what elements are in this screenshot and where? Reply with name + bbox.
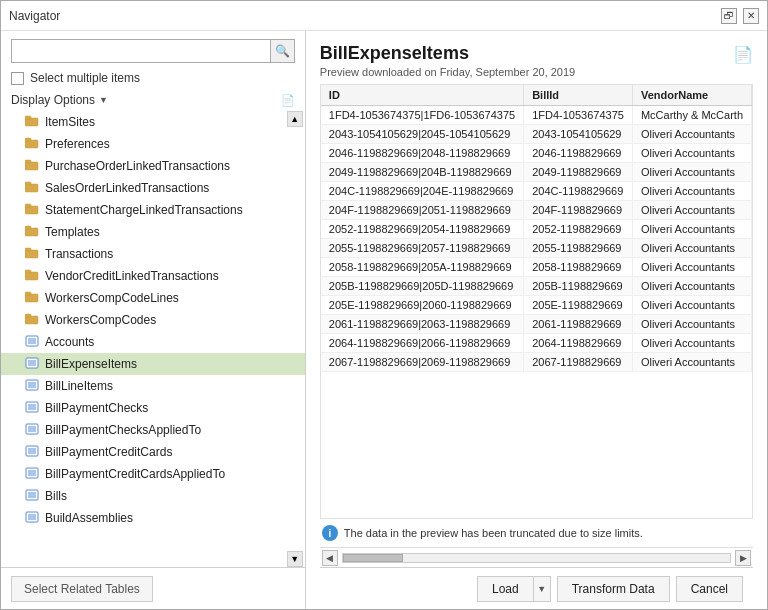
tree-item-billpaymentchecks[interactable]: BillPaymentChecks bbox=[1, 397, 305, 419]
table-cell: Oliveri Accountants bbox=[632, 220, 751, 239]
tree-item-label: ItemSites bbox=[45, 115, 95, 129]
tree-item-purchaseorderlinkedtransactions[interactable]: PurchaseOrderLinkedTransactions bbox=[1, 155, 305, 177]
preview-header-text: BillExpenseItems Preview downloaded on F… bbox=[320, 43, 575, 78]
table-cell: 205E-1198829669|2060-1198829669 bbox=[321, 296, 524, 315]
preview-copy-icon[interactable]: 📄 bbox=[733, 45, 753, 64]
table-row: 2064-1198829669|2066-11988296692064-1198… bbox=[321, 334, 752, 353]
bottom-bar: Select Related Tables bbox=[1, 567, 305, 609]
table-row: 2055-1198829669|2057-11988296692055-1198… bbox=[321, 239, 752, 258]
grid-icon bbox=[25, 379, 39, 393]
tree-item-preferences[interactable]: Preferences bbox=[1, 133, 305, 155]
tree-item-accounts[interactable]: Accounts bbox=[1, 331, 305, 353]
svg-rect-9 bbox=[25, 204, 31, 207]
table-row: 205B-1198829669|205D-1198829669205B-1198… bbox=[321, 277, 752, 296]
table-cell: 2058-1198829669|205A-1198829669 bbox=[321, 258, 524, 277]
close-button[interactable]: ✕ bbox=[743, 8, 759, 24]
table-cell: 2049-1198829669|204B-1198829669 bbox=[321, 163, 524, 182]
display-options-button[interactable]: Display Options ▼ bbox=[11, 93, 108, 107]
table-cell: 205B-1198829669 bbox=[524, 277, 633, 296]
title-bar: Navigator 🗗 ✕ bbox=[1, 1, 767, 31]
table-cell: Oliveri Accountants bbox=[632, 201, 751, 220]
tree-item-billpaymentchecksappliedto[interactable]: BillPaymentChecksAppliedTo bbox=[1, 419, 305, 441]
load-button[interactable]: Load bbox=[477, 576, 533, 602]
table-cell: Oliveri Accountants bbox=[632, 277, 751, 296]
table-row: 1FD4-1053674375|1FD6-10536743751FD4-1053… bbox=[321, 106, 752, 125]
tree-item-vendorcreditlinkedtransactions[interactable]: VendorCreditLinkedTransactions bbox=[1, 265, 305, 287]
search-input[interactable] bbox=[11, 39, 271, 63]
data-table: IDBillIdVendorName 1FD4-1053674375|1FD6-… bbox=[321, 85, 752, 372]
grid-icon bbox=[25, 357, 39, 371]
copy-icon[interactable]: 📄 bbox=[281, 94, 295, 107]
table-cell: 2052-1198829669 bbox=[524, 220, 633, 239]
scroll-right-button[interactable]: ▶ bbox=[735, 550, 751, 566]
tree-item-label: SalesOrderLinkedTransactions bbox=[45, 181, 209, 195]
table-cell: 2064-1198829669 bbox=[524, 334, 633, 353]
table-cell: 2049-1198829669 bbox=[524, 163, 633, 182]
scroll-left-button[interactable]: ◀ bbox=[322, 550, 338, 566]
table-cell: 2058-1198829669 bbox=[524, 258, 633, 277]
tree-item-billpaymentcreditcards[interactable]: BillPaymentCreditCards bbox=[1, 441, 305, 463]
table-cell: Oliveri Accountants bbox=[632, 258, 751, 277]
tree-area: ▲ ItemSitesPreferencesPurchaseOrderLinke… bbox=[1, 111, 305, 567]
folder-icon bbox=[25, 269, 39, 283]
tree-item-billpaymentcreditcardsappliedto[interactable]: BillPaymentCreditCardsAppliedTo bbox=[1, 463, 305, 485]
table-cell: 2043-1054105629 bbox=[524, 125, 633, 144]
svg-rect-1 bbox=[25, 116, 31, 119]
tree-item-itemsites[interactable]: ItemSites bbox=[1, 111, 305, 133]
tree-item-label: WorkersCompCodes bbox=[45, 313, 156, 327]
tree-item-label: BillPaymentCreditCards bbox=[45, 445, 172, 459]
table-cell: 2046-1198829669|2048-1198829669 bbox=[321, 144, 524, 163]
table-cell: 204F-1198829669|2051-1198829669 bbox=[321, 201, 524, 220]
tree-item-templates[interactable]: Templates bbox=[1, 221, 305, 243]
tree-item-billlineitems[interactable]: BillLineItems bbox=[1, 375, 305, 397]
tree-item-transactions[interactable]: Transactions bbox=[1, 243, 305, 265]
window-controls: 🗗 ✕ bbox=[721, 8, 759, 24]
table-cell: Oliveri Accountants bbox=[632, 334, 751, 353]
svg-rect-5 bbox=[25, 160, 31, 163]
svg-rect-11 bbox=[25, 226, 31, 229]
table-row: 2067-1198829669|2069-11988296692067-1198… bbox=[321, 353, 752, 372]
table-cell: 204F-1198829669 bbox=[524, 201, 633, 220]
tree-item-salesorderlinkedtransactions[interactable]: SalesOrderLinkedTransactions bbox=[1, 177, 305, 199]
preview-title: BillExpenseItems bbox=[320, 43, 575, 64]
transform-data-button[interactable]: Transform Data bbox=[557, 576, 670, 602]
grid-icon bbox=[25, 489, 39, 503]
load-dropdown-button[interactable]: ▼ bbox=[533, 576, 551, 602]
left-panel: 🔍 Select multiple items Display Options … bbox=[1, 31, 306, 609]
tree-item-buildassemblies[interactable]: BuildAssemblies bbox=[1, 507, 305, 529]
folder-icon bbox=[25, 203, 39, 217]
tree-item-label: VendorCreditLinkedTransactions bbox=[45, 269, 219, 283]
folder-icon bbox=[25, 115, 39, 129]
search-button[interactable]: 🔍 bbox=[271, 39, 295, 63]
horizontal-scrollbar[interactable]: ◀ ▶ bbox=[320, 547, 753, 567]
tree-item-label: BillPaymentChecksAppliedTo bbox=[45, 423, 201, 437]
navigator-window: Navigator 🗗 ✕ 🔍 Select multiple items Di… bbox=[0, 0, 768, 610]
table-cell: Oliveri Accountants bbox=[632, 144, 751, 163]
table-cell: Oliveri Accountants bbox=[632, 315, 751, 334]
table-cell: 2061-1198829669|2063-1198829669 bbox=[321, 315, 524, 334]
tree-item-label: StatementChargeLinkedTransactions bbox=[45, 203, 243, 217]
column-header-billid: BillId bbox=[524, 85, 633, 106]
restore-button[interactable]: 🗗 bbox=[721, 8, 737, 24]
select-multiple-checkbox[interactable] bbox=[11, 72, 24, 85]
scroll-track[interactable] bbox=[342, 553, 731, 563]
grid-icon bbox=[25, 467, 39, 481]
table-row: 2052-1198829669|2054-11988296692052-1198… bbox=[321, 220, 752, 239]
select-related-tables-button[interactable]: Select Related Tables bbox=[11, 576, 153, 602]
table-cell: Oliveri Accountants bbox=[632, 163, 751, 182]
scroll-thumb[interactable] bbox=[343, 554, 403, 562]
table-cell: 1FD4-1053674375 bbox=[524, 106, 633, 125]
tree-item-workerscompcodelines[interactable]: WorkersCompCodeLines bbox=[1, 287, 305, 309]
tree-item-statementchargelinkedtransactions[interactable]: StatementChargeLinkedTransactions bbox=[1, 199, 305, 221]
folder-icon bbox=[25, 291, 39, 305]
tree-item-workerscompcodes[interactable]: WorkersCompCodes bbox=[1, 309, 305, 331]
data-table-wrapper: IDBillIdVendorName 1FD4-1053674375|1FD6-… bbox=[320, 84, 753, 519]
table-cell: 2055-1198829669|2057-1198829669 bbox=[321, 239, 524, 258]
tree-item-billexpenseitems[interactable]: BillExpenseItems bbox=[1, 353, 305, 375]
truncate-text: The data in the preview has been truncat… bbox=[344, 527, 643, 539]
table-row: 2043-1054105629|2045-10541056292043-1054… bbox=[321, 125, 752, 144]
cancel-button[interactable]: Cancel bbox=[676, 576, 743, 602]
scroll-up-button[interactable]: ▲ bbox=[287, 111, 303, 127]
scroll-down-button[interactable]: ▼ bbox=[287, 551, 303, 567]
tree-item-bills[interactable]: Bills bbox=[1, 485, 305, 507]
